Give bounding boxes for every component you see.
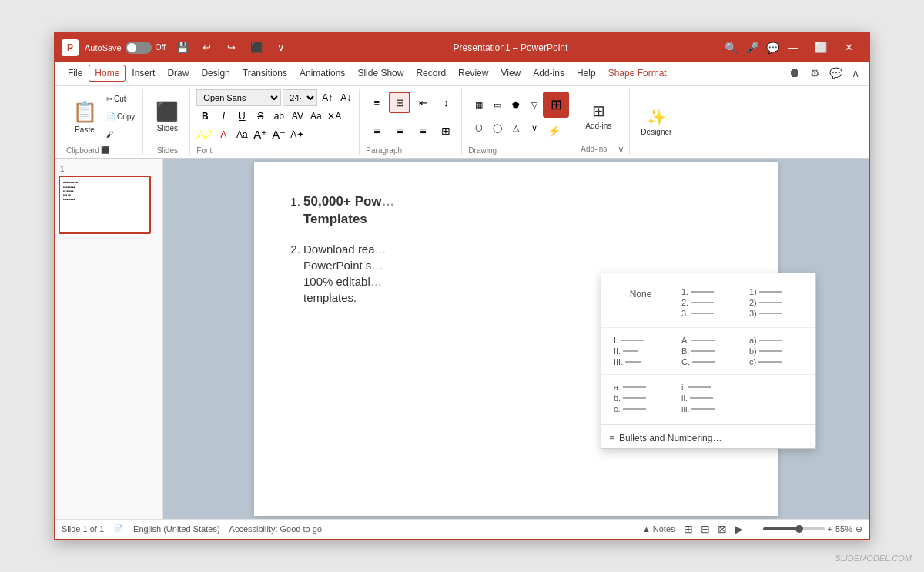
format-painter-button[interactable]: 🖌 (103, 129, 138, 140)
shape3-btn[interactable]: ▽ (524, 95, 545, 116)
shape-more-btn[interactable]: ∨ (524, 118, 545, 139)
shrink-font-btn[interactable]: A⁻ (270, 126, 287, 143)
shapes-grid-btn[interactable]: ⊞ (543, 92, 569, 118)
record-icon[interactable]: ⏺ (785, 63, 804, 83)
underline-btn[interactable]: U (233, 108, 250, 125)
highlight-color-btn[interactable]: A🖍 (196, 126, 213, 143)
menu-shape-format[interactable]: Shape Format (602, 65, 673, 82)
menu-addins[interactable]: Add-ins (527, 65, 571, 82)
increase-font-size-btn[interactable]: A↑ (319, 89, 336, 106)
decrease-font-size-btn[interactable]: A↓ (337, 89, 354, 106)
roman-lower-option[interactable]: i. ii. iii. (675, 378, 742, 418)
menu-home[interactable]: Home (89, 65, 126, 82)
zoom-in-icon[interactable]: + (828, 524, 832, 534)
fit-slide-icon[interactable]: ⊕ (855, 524, 862, 534)
present-icon[interactable]: ⬛ (246, 37, 267, 59)
designer-btn[interactable]: ✨ Designer (636, 105, 676, 139)
menu-review[interactable]: Review (452, 65, 494, 82)
char-spacing-btn[interactable]: AV (289, 108, 306, 125)
zoom-slider[interactable] (763, 527, 825, 530)
ribbon: 📋 Paste ✂ Cut 📄 Copy 🖌 Clipboard ⬛ (55, 86, 869, 159)
menu-draw[interactable]: Draw (161, 65, 195, 82)
font-label: Font (196, 145, 354, 155)
font-aa-btn[interactable]: Aa (233, 126, 250, 143)
language[interactable]: English (United States) (133, 524, 220, 534)
menu-record[interactable]: Record (410, 65, 452, 82)
addins-collapse[interactable]: ∨ (618, 144, 624, 155)
menu-help[interactable]: Help (571, 65, 602, 82)
clear-format-btn[interactable]: ✕A (326, 108, 343, 125)
none-option[interactable]: None (608, 283, 674, 323)
slide-1-thumb[interactable]: ■■■■■■■■ ■■■■ ■■■■ ■■ ■■■■■ ■■■ ■■ ■ ■■■… (59, 176, 151, 234)
menu-slideshow[interactable]: Slide Show (351, 65, 410, 82)
menu-animations[interactable]: Animations (293, 65, 351, 82)
menu-view[interactable]: View (494, 65, 527, 82)
zoom-out-icon[interactable]: — (752, 524, 760, 534)
paste-button[interactable]: 📋 Paste (66, 89, 103, 145)
numbered-parens-option[interactable]: 1) 2) 3) (743, 283, 809, 323)
addins-btn[interactable]: ⊞ Add-ins (581, 99, 616, 133)
para-row2: ≡ ≡ ≡ ⊞ (366, 118, 457, 145)
redo-icon[interactable]: ↪ (221, 37, 243, 59)
font-name-select[interactable]: Open Sans (196, 89, 281, 106)
copy-button[interactable]: 📄 Copy (103, 111, 138, 122)
alpha-paren-option[interactable]: a) b) c) (743, 331, 809, 371)
reading-view-icon[interactable]: ⊠ (715, 522, 729, 536)
shadow-btn[interactable]: ab (270, 108, 287, 125)
change-case-btn[interactable]: Aa (307, 108, 324, 125)
search-icon[interactable]: 🔍 (725, 42, 738, 54)
strikethrough-btn[interactable]: S (252, 108, 269, 125)
align-center-btn[interactable]: ≡ (389, 120, 410, 142)
slideshow-view-icon[interactable]: ▶ (732, 522, 745, 536)
minimize-button[interactable]: — (779, 34, 807, 62)
line-spacing-btn[interactable]: ↕ (435, 92, 457, 113)
notes-button[interactable]: ▲ Notes (642, 524, 675, 534)
mic-icon[interactable]: 🎤 (745, 42, 758, 54)
alpha-upper-option[interactable]: A. B. C. (675, 331, 742, 371)
font-size-select[interactable]: 24+ (283, 89, 317, 106)
numbered-list-btn[interactable]: ⊞ (389, 92, 410, 113)
align-right-btn[interactable]: ≡ (412, 120, 434, 142)
drawing-label: Drawing (468, 145, 569, 155)
dropdown-resize-handle[interactable]: ⋱ (809, 442, 815, 448)
effects-btn[interactable]: A✦ (289, 126, 306, 143)
autosave-toggle[interactable] (126, 42, 152, 54)
bold-btn[interactable]: B (196, 108, 213, 125)
roman-upper-option[interactable]: I. II. III. (608, 331, 674, 371)
font-color-btn[interactable]: A (215, 126, 232, 143)
collab-icon[interactable]: 💬 (826, 64, 845, 82)
decrease-indent-btn[interactable]: ⇤ (412, 92, 434, 113)
cut-button[interactable]: ✂ Cut (103, 93, 138, 105)
ribbon-collapse-icon[interactable]: ∧ (849, 64, 862, 82)
save-icon[interactable]: 💾 (172, 37, 193, 59)
grow-font-btn[interactable]: A⁺ (252, 126, 269, 143)
undo-icon[interactable]: ↩ (196, 37, 218, 59)
slide-1-number: 1 (59, 165, 159, 173)
bullets-numbering-option[interactable]: ≡ Bullets and Numbering… (601, 428, 815, 448)
para-row1: ≡ ⊞ ⇤ ↕ (366, 89, 457, 116)
accessibility[interactable]: Accessibility: Good to go (229, 524, 322, 534)
zoom-level[interactable]: 55% (835, 524, 852, 534)
close-button[interactable]: ✕ (835, 34, 862, 62)
numbered-123-option[interactable]: 1. 2. 3. (675, 283, 742, 323)
alpha-lower-option[interactable]: a. b. c. (608, 378, 674, 418)
design-ideas-btn[interactable]: ⚡ (543, 120, 564, 142)
bullet-list-btn[interactable]: ≡ (366, 92, 387, 113)
normal-view-icon[interactable]: ⊞ (681, 522, 695, 536)
share-icon[interactable]: ⚙ (807, 64, 823, 82)
columns-btn[interactable]: ⊞ (435, 120, 457, 142)
slide-count-icon[interactable]: 📄 (113, 524, 124, 534)
slide-sorter-icon[interactable]: ⊟ (698, 522, 712, 536)
menu-transitions[interactable]: Transitions (236, 65, 293, 82)
customize-icon[interactable]: ∨ (270, 37, 292, 59)
menu-design[interactable]: Design (195, 65, 236, 82)
powerpoint-window: P AutoSave Off 💾 ↩ ↪ ⬛ ∨ Presentation1 –… (54, 32, 870, 540)
italic-btn[interactable]: I (215, 108, 232, 125)
new-slide-button[interactable]: ⬛ Slides (151, 98, 183, 135)
menu-insert[interactable]: Insert (126, 65, 161, 82)
maximize-button[interactable]: ⬜ (807, 34, 835, 62)
menu-file[interactable]: File (62, 65, 89, 82)
powerpoint-logo: P (62, 39, 79, 56)
align-left-btn[interactable]: ≡ (366, 120, 387, 142)
comments-icon[interactable]: 💬 (766, 42, 779, 54)
